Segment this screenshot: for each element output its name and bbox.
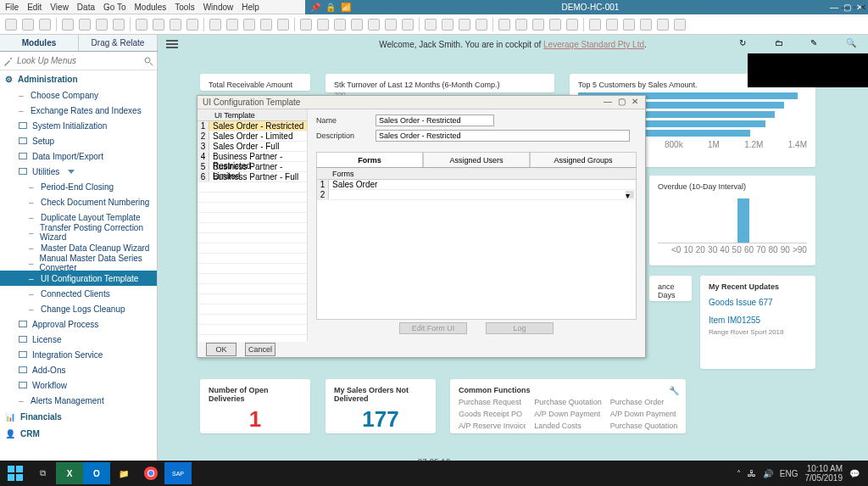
description-field[interactable]: [376, 130, 630, 142]
func-link[interactable]: Purchase Quotation: [610, 422, 677, 430]
nav-item[interactable]: Data Import/Export: [0, 148, 157, 164]
tb-btn[interactable]: [277, 19, 289, 31]
template-row[interactable]: 1Sales Order - Restricted: [198, 121, 307, 131]
tb-btn[interactable]: [209, 19, 221, 31]
widget-recent-updates[interactable]: My Recent Updates Goods Issue 677 Item I…: [700, 276, 815, 369]
wrench-icon[interactable]: 🔧: [669, 386, 679, 396]
nav-item[interactable]: License: [0, 332, 157, 347]
start-button[interactable]: [2, 462, 29, 484]
tb-btn[interactable]: [425, 19, 437, 31]
forms-row[interactable]: 1Sales Order: [317, 180, 636, 190]
tb-btn[interactable]: [79, 19, 91, 31]
dialog-close-icon[interactable]: ✕: [630, 97, 640, 107]
tray-clock[interactable]: 10:10 AM7/05/2019: [805, 464, 843, 483]
dialog-titlebar[interactable]: UI Configuration Template — ▢ ✕: [198, 96, 645, 109]
tray-notifications-icon[interactable]: 💬: [849, 469, 860, 478]
nav-sub-item[interactable]: –Connected Clients: [0, 286, 157, 301]
widget-not-delivered[interactable]: My Sales Orders Not Delivered 177: [326, 379, 436, 433]
tb-btn[interactable]: [657, 19, 669, 31]
tb-btn[interactable]: [459, 19, 470, 31]
func-link[interactable]: Purchase Request: [459, 398, 526, 406]
tb-btn[interactable]: [113, 19, 125, 31]
menu-tools[interactable]: Tools: [175, 3, 194, 12]
nav-item[interactable]: Workflow: [0, 377, 157, 393]
menu-window[interactable]: Window: [203, 3, 234, 12]
outlook-icon[interactable]: O: [83, 462, 110, 484]
signal-icon[interactable]: 📶: [341, 3, 351, 12]
nav-crm[interactable]: 👤CRM: [0, 425, 157, 442]
hamburger-icon[interactable]: [166, 40, 178, 50]
tb-btn[interactable]: [515, 19, 527, 31]
tab-drag-relate[interactable]: Drag & Relate: [79, 35, 158, 51]
tb-btn[interactable]: [532, 19, 544, 31]
tb-btn[interactable]: [136, 19, 147, 31]
pin-icon[interactable]: 📌: [310, 3, 320, 12]
menu-data[interactable]: Data: [77, 3, 95, 12]
tb-btn[interactable]: [226, 19, 238, 31]
nav-utilities[interactable]: Utilities: [0, 164, 157, 179]
nav-administration[interactable]: ⚙Administration: [0, 70, 157, 87]
nav-item[interactable]: Add-Ons: [0, 362, 157, 377]
chrome-icon[interactable]: [137, 462, 164, 484]
tb-btn[interactable]: [243, 19, 255, 31]
forms-row[interactable]: 2▾: [317, 190, 636, 200]
nav-item[interactable]: –Alerts Management: [0, 393, 157, 408]
func-link[interactable]: Purchase Order: [610, 398, 677, 406]
excel-icon[interactable]: X: [56, 462, 83, 484]
tb-btn[interactable]: [385, 19, 397, 31]
tab-assigned-users[interactable]: Assigned Users: [423, 152, 530, 167]
template-row[interactable]: 6Business Partner - Full: [198, 172, 307, 182]
template-row[interactable]: 3Sales Order - Full: [198, 142, 307, 152]
nav-item[interactable]: System Initialization: [0, 118, 157, 133]
recent-link[interactable]: Goods Issue 677: [709, 298, 807, 307]
widget-turnover[interactable]: Stk Turnover of Last 12 Months (6-Month …: [326, 74, 554, 92]
tab-forms[interactable]: Forms: [316, 152, 423, 167]
tray-volume-icon[interactable]: 🔊: [763, 469, 773, 478]
tb-btn[interactable]: [317, 19, 329, 31]
tb-btn[interactable]: [186, 19, 198, 31]
log-button[interactable]: Log: [486, 322, 554, 334]
sap-icon[interactable]: SAP: [164, 462, 192, 484]
widget-balance-days[interactable]: ance Days: [649, 276, 692, 301]
tb-btn[interactable]: [606, 19, 618, 31]
tab-modules[interactable]: Modules: [0, 35, 79, 51]
func-link[interactable]: Purchase Quotation: [534, 398, 601, 406]
func-link[interactable]: A/P Down Payment I…: [534, 410, 601, 418]
func-link[interactable]: A/P Down Payment I…: [610, 410, 677, 418]
search-icon[interactable]: 🔍: [846, 38, 860, 52]
nav-sub-item[interactable]: –Check Document Numbering: [0, 194, 157, 209]
menu-modules[interactable]: Modules: [134, 3, 166, 12]
tab-assigned-groups[interactable]: Assigned Groups: [530, 152, 637, 167]
tb-btn[interactable]: [368, 19, 380, 31]
tb-btn[interactable]: [96, 19, 108, 31]
wand-icon[interactable]: [3, 56, 14, 66]
dialog-maximize-icon[interactable]: ▢: [616, 97, 626, 107]
nav-sub-item[interactable]: –Period-End Closing: [0, 179, 157, 194]
tray-network-icon[interactable]: 🖧: [748, 469, 756, 478]
template-row[interactable]: 4Business Partner - Restricted: [198, 152, 307, 162]
nav-item[interactable]: –Exchange Rates and Indexes: [0, 103, 157, 118]
tb-btn[interactable]: [566, 19, 578, 31]
dialog-minimize-icon[interactable]: —: [603, 97, 613, 107]
nav-sub-item[interactable]: –Change Logs Cleanup: [0, 301, 157, 316]
archive-icon[interactable]: 🗀: [775, 38, 788, 52]
tb-btn[interactable]: [442, 19, 453, 31]
nav-item[interactable]: –Choose Company: [0, 87, 157, 103]
menu-view[interactable]: View: [50, 3, 69, 12]
func-link[interactable]: Landed Costs: [534, 422, 601, 430]
widget-overdue[interactable]: Overdue (10-Day Interval) <0102030405060…: [649, 176, 815, 265]
tb-btn[interactable]: [476, 19, 487, 31]
template-row[interactable]: 2Sales Order - Limited: [198, 131, 307, 142]
tray-chevron-icon[interactable]: ˄: [737, 469, 741, 478]
func-link[interactable]: A/P Reserve Invoice: [459, 422, 526, 430]
explorer-icon[interactable]: 📁: [110, 462, 137, 484]
search-icon[interactable]: [143, 56, 153, 66]
lock-icon[interactable]: 🔒: [326, 3, 336, 12]
tb-btn[interactable]: [153, 19, 164, 31]
nav-sub-item[interactable]: –Manual Master Data Series Converter: [0, 255, 157, 271]
tb-btn[interactable]: [351, 19, 363, 31]
edit-form-ui-button[interactable]: Edit Form UI: [399, 322, 467, 334]
recent-link[interactable]: Item IM01255: [709, 316, 807, 325]
ok-button[interactable]: OK: [206, 343, 236, 356]
inner-minimize-icon[interactable]: —: [830, 3, 838, 12]
